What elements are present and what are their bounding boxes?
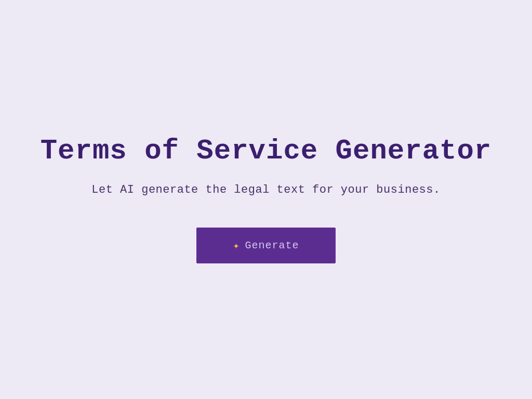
page-subtitle: Let AI generate the legal text for your … — [91, 183, 440, 196]
generate-button-label: Generate — [245, 240, 299, 251]
page-title: Terms of Service Generator — [41, 136, 492, 166]
generate-button[interactable]: ✦ Generate — [196, 228, 335, 263]
main-content: Terms of Service Generator Let AI genera… — [41, 136, 492, 263]
sparkle-icon: ✦ — [233, 239, 240, 252]
